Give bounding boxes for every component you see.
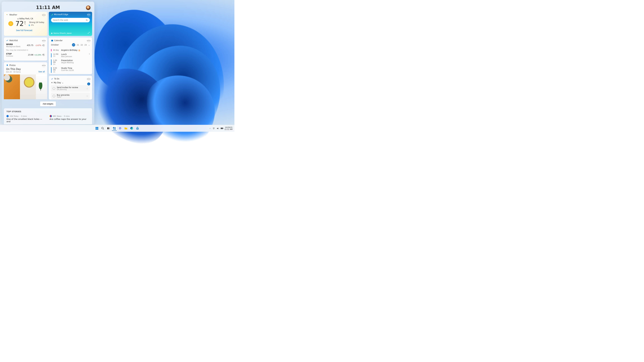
todo-list-header[interactable]: ☀ My Day ⌄ bbox=[51, 82, 90, 84]
calendar-day[interactable]: 23 bbox=[84, 44, 87, 46]
stock-add-icon[interactable]: + bbox=[42, 54, 45, 56]
photos-widget[interactable]: Photos ••• On This Day Oct 20 · 33 items… bbox=[4, 62, 47, 99]
system-tray[interactable] bbox=[209, 127, 224, 130]
story-time: 3 mins bbox=[21, 115, 27, 117]
svg-rect-20 bbox=[137, 128, 138, 129]
wifi-icon[interactable] bbox=[212, 127, 215, 130]
svg-rect-12 bbox=[113, 127, 114, 128]
chat-button[interactable] bbox=[118, 126, 122, 131]
event-time: 6:00 PM3h bbox=[53, 67, 60, 73]
svg-rect-8 bbox=[97, 129, 98, 130]
edge-more-button[interactable]: ••• bbox=[87, 13, 90, 16]
event-title: Lunch bbox=[61, 53, 90, 55]
event-sub: Skype Meeting bbox=[61, 62, 90, 63]
edge-widget[interactable]: Microsoft Edge ••• Search the web ◉ Ikem… bbox=[49, 12, 92, 36]
photo-thumbnail[interactable] bbox=[20, 74, 36, 99]
task-title: Buy groceries bbox=[57, 94, 84, 96]
stock-indicator-icon[interactable]: ✓ bbox=[42, 44, 45, 47]
event-sub: Alex Johnson bbox=[61, 55, 90, 57]
svg-rect-7 bbox=[96, 129, 97, 130]
todo-more-button[interactable]: ••• bbox=[87, 77, 90, 81]
task-body: Send invites for review Q4 planning bbox=[57, 86, 84, 90]
widgets-grid: Weather ••• ⌂ Valley Park, CA 72 °F bbox=[2, 12, 94, 100]
task-star-icon[interactable]: ☆ bbox=[86, 95, 88, 97]
calendar-event[interactable]: 12 PM1h Lunch Alex Johnson ••• bbox=[51, 52, 90, 58]
calendar-expand-icon[interactable]: ⌄ bbox=[88, 44, 90, 46]
photos-more-button[interactable]: ••• bbox=[42, 64, 46, 67]
add-task-button[interactable]: + bbox=[87, 82, 90, 85]
weather-more-button[interactable]: ••• bbox=[42, 13, 46, 17]
task-title: Send invites for review bbox=[57, 86, 84, 89]
story-source: USA Today bbox=[10, 115, 18, 117]
forecast-link[interactable]: See full forecast bbox=[16, 29, 32, 31]
edge-location: Ikema Ohashi, Japan bbox=[54, 32, 72, 34]
task-item[interactable]: Send invites for review Q4 planning ☆ bbox=[51, 85, 90, 92]
tray-overflow-icon[interactable] bbox=[209, 128, 211, 129]
calendar-event[interactable]: All day Angela's Birthday 🎂 bbox=[51, 48, 90, 52]
start-button[interactable] bbox=[94, 126, 99, 131]
svg-rect-15 bbox=[114, 129, 116, 130]
photos-icon bbox=[6, 64, 8, 66]
separator: · bbox=[20, 115, 20, 117]
event-more-icon[interactable]: ••• bbox=[89, 53, 90, 55]
battery-icon[interactable] bbox=[220, 127, 224, 129]
calendar-event[interactable]: 6:00 PM3h Studio Time Conf Rm 32/35 bbox=[51, 66, 90, 74]
stock-row[interactable]: CTSP Contoso 23.98 +2.23% + bbox=[6, 53, 45, 57]
unit-c[interactable]: °C bbox=[24, 23, 26, 25]
edge-browser-button[interactable] bbox=[129, 126, 134, 131]
todo-widget[interactable]: To Do ••• ☀ My Day ⌄ + Send invites for … bbox=[49, 76, 92, 100]
widgets-col-right: Microsoft Edge ••• Search the web ◉ Ikem… bbox=[49, 12, 92, 100]
task-checkbox[interactable] bbox=[53, 87, 55, 90]
calendar-more-button[interactable]: ••• bbox=[87, 39, 90, 43]
taskbar-right: 10/20/21 11:11 AM bbox=[209, 126, 234, 130]
file-explorer-button[interactable] bbox=[124, 126, 128, 131]
svg-point-17 bbox=[120, 128, 120, 129]
event-duration: 3h bbox=[53, 71, 55, 73]
expand-icon[interactable] bbox=[88, 32, 90, 34]
photo-thumbnail[interactable] bbox=[36, 74, 47, 99]
watchlist-title-row: Watchlist bbox=[6, 39, 45, 42]
store-button[interactable] bbox=[135, 126, 140, 131]
event-duration: 1h bbox=[53, 63, 55, 65]
add-widgets-button[interactable]: Add widgets bbox=[40, 101, 56, 106]
weather-widget[interactable]: Weather ••• ⌂ Valley Park, CA 72 °F bbox=[4, 12, 47, 36]
task-item[interactable]: Buy groceries Tasks ☆ bbox=[51, 93, 90, 99]
event-time: 1:30 PM1h bbox=[53, 59, 60, 65]
user-avatar[interactable] bbox=[86, 5, 91, 10]
temp-units[interactable]: °F °C bbox=[24, 21, 26, 25]
calendar-event[interactable]: 1:30 PM1h Presentation Skype Meeting bbox=[51, 58, 90, 66]
weather-title-row: Weather bbox=[6, 14, 45, 16]
watchlist-widget[interactable]: Watchlist ••• WGRB Woodgrove Bank 435.75… bbox=[4, 37, 47, 61]
photo-thumbnail[interactable] bbox=[4, 74, 20, 99]
task-view-button[interactable] bbox=[106, 126, 111, 131]
news-story[interactable]: USA Today · 3 mins One of the smallest b… bbox=[6, 115, 46, 123]
taskbar-datetime[interactable]: 10/20/21 11:11 AM bbox=[224, 126, 232, 130]
story-source: NBC News bbox=[53, 115, 62, 117]
news-story[interactable]: NBC News · 5 mins Are coffee naps the an… bbox=[50, 115, 90, 123]
calendar-day[interactable]: 22 bbox=[81, 44, 83, 46]
unit-f[interactable]: °F bbox=[24, 21, 26, 23]
stock-row[interactable]: WGRB Woodgrove Bank 435.75 -1.67% ✓ bbox=[6, 43, 45, 47]
stock-change: +2.23% bbox=[33, 54, 42, 56]
edge-search-input[interactable]: Search the web bbox=[51, 18, 90, 22]
top-stories-card[interactable]: TOP STORIES USA Today · 3 mins One of th… bbox=[4, 108, 92, 124]
search-button[interactable] bbox=[100, 126, 105, 131]
svg-point-2 bbox=[86, 19, 87, 20]
task-checkbox[interactable] bbox=[53, 95, 55, 97]
calendar-widget[interactable]: Calendar ••• October 20 21 22 23 ⌄ bbox=[49, 37, 92, 74]
watchlist-more-button[interactable]: ••• bbox=[42, 39, 46, 43]
task-star-icon[interactable]: ☆ bbox=[86, 87, 88, 90]
svg-rect-27 bbox=[221, 128, 223, 129]
calendar-day[interactable]: 20 bbox=[72, 43, 75, 46]
stock-price: 435.75 bbox=[25, 44, 33, 46]
calendar-day[interactable]: 21 bbox=[77, 44, 79, 46]
event-time: 12 PM1h bbox=[53, 53, 60, 57]
volume-icon[interactable] bbox=[216, 127, 219, 130]
widgets-button[interactable] bbox=[112, 126, 117, 131]
task-sub: Q4 planning bbox=[57, 89, 84, 90]
search-icon bbox=[86, 19, 88, 21]
temperature: 72 °F °C bbox=[16, 20, 26, 27]
edge-location-row: ◉ Ikema Ohashi, Japan bbox=[51, 32, 72, 34]
photos-see-all-link[interactable]: See all bbox=[38, 71, 45, 73]
edge-title-row: Microsoft Edge bbox=[49, 12, 92, 17]
